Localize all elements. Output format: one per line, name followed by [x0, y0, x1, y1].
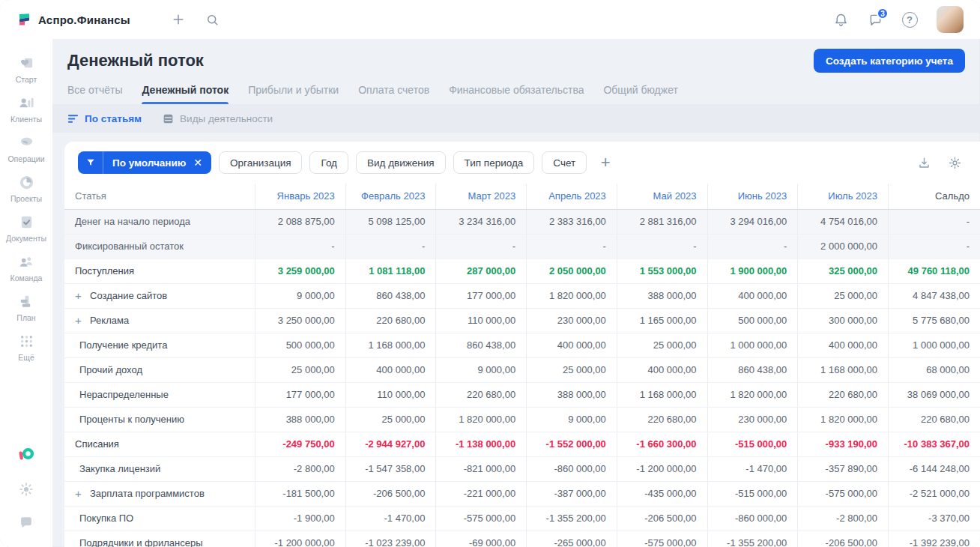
subtab-activity-types[interactable]: Виды деятельности	[163, 113, 273, 124]
messages-button[interactable]: 3	[863, 7, 887, 31]
sidebar-item-1[interactable]: Старт	[1, 49, 51, 89]
cell-value: 2 383 316,00	[526, 210, 617, 234]
add-filter-button[interactable]: +	[594, 151, 617, 174]
cell-value: 400 000,00	[707, 284, 798, 308]
column-header-month[interactable]: Июнь 2023	[707, 184, 798, 209]
table-row[interactable]: Нераспределенные177 000,00110 000,00220 …	[64, 383, 980, 408]
filter-chip-4[interactable]: Тип периода	[453, 151, 535, 174]
aspro-logo-icon[interactable]	[16, 445, 36, 465]
tab-1[interactable]: Все отчёты	[67, 84, 122, 104]
main-content: Денежный поток Создать категорию учета В…	[52, 39, 980, 547]
column-header-month[interactable]: Январь 2023	[255, 184, 345, 209]
table-row[interactable]: +Реклама3 250 000,00220 680,00110 000,00…	[64, 309, 980, 333]
tab-4[interactable]: Оплата счетов	[358, 84, 429, 104]
sidebar-item-5[interactable]: Документы	[1, 208, 51, 248]
cell-value: 400 000,00	[797, 333, 888, 357]
column-header-month[interactable]: Февраль 2023	[345, 184, 436, 209]
column-header-month[interactable]: Март 2023	[435, 184, 526, 209]
column-header-month[interactable]: Июль 2023	[797, 184, 888, 209]
cell-value: 1 820 000,00	[526, 284, 617, 308]
documents-icon	[18, 214, 35, 231]
table-settings-button[interactable]	[945, 153, 965, 173]
cell-value: 388 000,00	[255, 408, 345, 432]
table-row[interactable]: Подрядчики и фрилансеры-1 200 000,00-1 0…	[64, 531, 980, 547]
cell-value: 500 000,00	[707, 309, 798, 333]
table-row[interactable]: +Создание сайтов9 000,00860 438,00177 00…	[64, 284, 980, 309]
cell-value: -1 138 000,00	[435, 432, 526, 456]
cell-value: -1 547 358,00	[345, 457, 436, 481]
database-icon	[163, 113, 174, 124]
cell-value: 177 000,00	[435, 284, 526, 308]
table-row[interactable]: Прочий доход25 000,00400 000,009 000,002…	[64, 358, 980, 383]
sidebar-item-label: Ещё	[18, 353, 34, 362]
table-row[interactable]: Проценты к получению388 000,0025 000,001…	[64, 408, 980, 432]
subtab-by-items[interactable]: По статьям	[67, 113, 142, 124]
cell-value: 110 000,00	[435, 309, 526, 333]
cell-value: 400 000,00	[345, 358, 436, 382]
more-icon	[18, 333, 35, 350]
cell-value: -1 355 200,00	[526, 507, 617, 531]
column-header-month[interactable]: Апрель 2023	[526, 184, 617, 209]
row-label-cell: Нераспределенные	[64, 383, 255, 407]
tab-2[interactable]: Денежный поток	[142, 84, 229, 104]
column-header-saldo: Сальдо	[888, 184, 980, 209]
table-row[interactable]: +Зарплата программистов-181 500,00-206 5…	[64, 482, 980, 507]
tab-5[interactable]: Финансовые обязательства	[449, 84, 584, 104]
expand-row-icon[interactable]: +	[75, 315, 85, 326]
row-label: Списания	[75, 438, 119, 450]
tab-6[interactable]: Общий бюджет	[603, 84, 677, 104]
brand[interactable]: Аспро.Финансы	[16, 12, 130, 27]
cell-value: 388 000,00	[526, 383, 617, 407]
export-button[interactable]	[914, 153, 934, 173]
row-label-cell: Прочий доход	[64, 358, 255, 382]
search-button[interactable]	[201, 7, 225, 31]
table-row[interactable]: Закупка лицензий-2 800,00-1 547 358,00-8…	[64, 457, 980, 482]
filter-chip-3[interactable]: Вид движения	[356, 151, 446, 174]
cell-value: 220 680,00	[435, 383, 526, 407]
table-row[interactable]: Покупка ПО-1 900,00-1 470,00-575 000,00-…	[64, 507, 980, 531]
cell-value: 220 680,00	[797, 383, 888, 407]
table-row[interactable]: Списания-249 750,00-2 944 927,00-1 138 0…	[64, 432, 980, 457]
settings-icon[interactable]	[18, 481, 34, 498]
team-icon	[18, 253, 35, 271]
help-button[interactable]: ?	[898, 7, 922, 31]
row-label: Поступления	[75, 265, 134, 276]
cell-value: -821 000,00	[435, 457, 526, 481]
sidebar-nav: Старт Клиенты Операции Проекты Документы…	[1, 49, 51, 367]
sidebar-item-2[interactable]: Клиенты	[1, 89, 51, 129]
sidebar-item-3[interactable]: Операции	[1, 129, 51, 169]
notifications-button[interactable]	[829, 7, 853, 31]
table-row[interactable]: Получение кредита500 000,001 168 000,008…	[64, 333, 980, 358]
cell-value: 1 168 000,00	[345, 333, 436, 357]
sidebar-item-label: Операции	[7, 154, 44, 163]
cell-value: -249 750,00	[255, 432, 345, 456]
cell-value: 400 000,00	[617, 358, 707, 382]
table-row[interactable]: Поступления3 259 000,001 081 118,00287 0…	[64, 259, 980, 284]
filter-chip-2[interactable]: Год	[309, 151, 348, 174]
active-filter-chip[interactable]: По умолчанию ✕	[78, 151, 211, 174]
tab-3[interactable]: Прибыли и убытки	[248, 84, 339, 104]
sidebar-item-6[interactable]: Команда	[1, 248, 51, 288]
sidebar-item-4[interactable]: Проекты	[1, 169, 51, 208]
add-button[interactable]	[166, 7, 190, 31]
cell-value: -1 900,00	[255, 507, 345, 531]
avatar[interactable]	[937, 6, 964, 33]
cell-value: -69 000,00	[435, 531, 526, 547]
expand-row-icon[interactable]: +	[75, 290, 85, 301]
row-label-cell: Покупка ПО	[64, 507, 255, 531]
create-category-button[interactable]: Создать категорию учета	[814, 49, 965, 73]
filter-chip-1[interactable]: Организация	[219, 151, 302, 174]
support-chat-icon[interactable]	[18, 514, 34, 531]
table-row[interactable]: Фиксированный остаток------2 000 000,00-	[64, 235, 980, 259]
remove-filter-icon[interactable]: ✕	[192, 157, 211, 169]
expand-row-icon[interactable]: +	[75, 488, 85, 499]
filter-chip-5[interactable]: Счет	[542, 151, 587, 174]
sidebar-item-8[interactable]: Ещё	[1, 327, 51, 367]
help-icon: ?	[902, 12, 918, 28]
table-row[interactable]: Денег на начало периода2 088 875,005 098…	[64, 210, 980, 235]
column-header-month[interactable]: Май 2023	[617, 184, 707, 209]
sidebar-item-7[interactable]: План	[1, 288, 51, 327]
cell-saldo: 220 680,00	[888, 408, 980, 432]
cell-value: 1 000 000,00	[707, 333, 798, 357]
cell-value: 2 088 875,00	[255, 210, 345, 234]
